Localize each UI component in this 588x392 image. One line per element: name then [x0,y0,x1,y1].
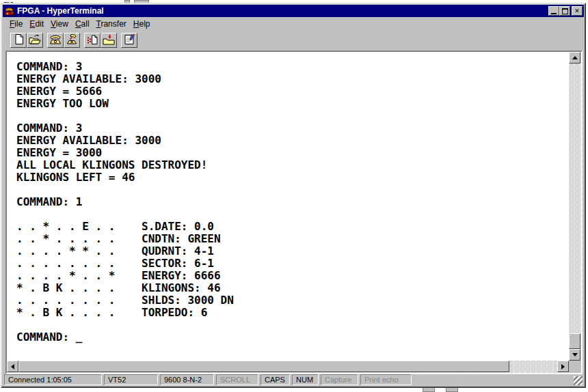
scroll-left-button[interactable] [7,361,18,372]
minimize-icon [551,13,557,14]
new-file-icon [13,33,25,47]
titlebar[interactable]: FPGA - HyperTerminal ✕ [3,5,584,17]
new-button[interactable] [10,33,27,48]
window-title: FPGA - HyperTerminal [17,6,548,16]
status-caps-lock: CAPS [260,374,290,385]
status-baud: 9600 8-N-2 [160,374,214,385]
desktop: { "desktop": { "top_fragment_text": "mo"… [0,0,588,392]
vertical-scroll-thumb[interactable] [569,333,580,349]
statusbar: Connected 1:05:05 VT52 9600 8-N-2 SCROLL… [3,374,584,387]
hyperterminal-icon [4,5,15,16]
arrow-right-icon [561,364,565,369]
maximize-button[interactable] [559,6,570,16]
arrow-up-icon [572,56,578,59]
arrow-left-icon [11,364,14,369]
scrollbar-corner [569,361,581,373]
scroll-up-button[interactable] [569,52,580,64]
terminal-screen[interactable]: COMMAND: 3 ENERGY AVAILABLE: 3000 ENERGY… [7,52,569,361]
horizontal-scroll-thumb[interactable] [18,361,509,372]
terminal-frame: COMMAND: 3 ENERGY AVAILABLE: 3000 ENERGY… [5,51,583,374]
maximize-icon [562,8,568,14]
properties-button[interactable] [121,33,137,48]
scroll-down-button[interactable] [569,349,580,361]
menu-view[interactable]: View [47,18,72,29]
menu-transfer[interactable]: Transfer [93,18,130,29]
menu-help[interactable]: Help [130,18,154,29]
menubar: File Edit View Call Transfer Help [3,18,584,30]
open-button[interactable] [27,33,43,48]
call-button[interactable] [47,33,64,48]
disconnect-phone-icon [66,34,78,47]
close-button[interactable]: ✕ [572,6,583,16]
status-print-echo: Print echo [360,374,412,385]
resize-grip[interactable] [574,376,583,385]
arrow-down-icon [572,353,578,356]
menu-call[interactable]: Call [72,18,93,29]
scroll-right-button[interactable] [557,361,569,372]
window-controls: ✕ [548,6,583,16]
receive-button[interactable] [101,33,117,48]
disconnect-button[interactable] [64,33,80,48]
status-scroll-lock: SCROLL [216,374,258,385]
close-icon: ✕ [574,7,580,15]
call-phone-icon [49,34,62,47]
status-emulation: VT52 [104,374,158,385]
horizontal-scrollbar[interactable] [7,361,569,373]
vertical-scrollbar[interactable] [569,52,581,361]
open-folder-icon [29,34,41,47]
send-button[interactable] [84,33,101,48]
properties-icon [124,33,135,47]
menu-edit[interactable]: Edit [26,18,47,29]
hyperterminal-window: FPGA - HyperTerminal ✕ File Edit View Ca… [1,3,586,388]
menu-file[interactable]: File [6,18,26,29]
minimize-button[interactable] [548,6,559,16]
send-file-icon [87,34,98,47]
status-num-lock: NUM [292,374,319,385]
status-capture: Capture [321,374,358,385]
status-connected: Connected 1:05:05 [4,374,102,385]
toolbar [3,31,584,50]
receive-file-icon [103,34,115,47]
